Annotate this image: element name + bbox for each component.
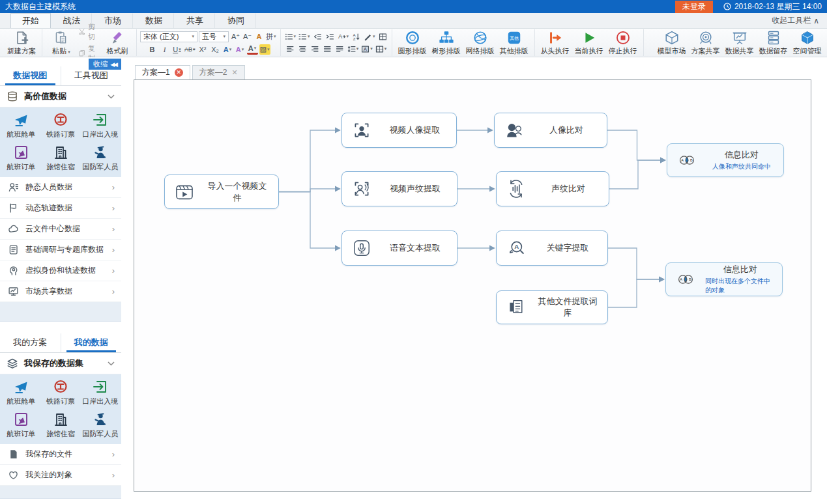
dataset-flight-manifest[interactable]: 航班舱单: [1, 111, 41, 139]
sidebar-item-static-person-data[interactable]: 静态人员数据 ›: [0, 177, 121, 198]
toolbar-button-space-management[interactable]: 空间管理: [791, 29, 824, 57]
sidebar-tab-my-data[interactable]: 我的数据: [61, 333, 122, 352]
dataset-border-entry-exit[interactable]: 口岸出入境: [80, 111, 120, 139]
align-left-button[interactable]: [285, 44, 296, 54]
format-painter-icon: [110, 29, 125, 46]
ribbon-tab-share[interactable]: 共享: [175, 13, 215, 28]
borders-button[interactable]: ▾: [375, 44, 388, 54]
sidebar-item-market-shared-data[interactable]: 市场共享数据 ›: [0, 281, 121, 302]
superscript-button[interactable]: X²: [197, 44, 209, 55]
toolbar-button-circle-layout[interactable]: 圆形排版: [396, 29, 429, 57]
toolbar-button-tree-layout[interactable]: 树形排版: [429, 29, 463, 57]
char-scale-button[interactable]: A▾: [337, 31, 350, 42]
close-tab-icon[interactable]: ✕: [175, 68, 183, 77]
toolbar-button-run-stop[interactable]: 停止执行: [606, 29, 640, 57]
align-justify-button[interactable]: [322, 44, 333, 54]
underline-button[interactable]: U▾: [171, 44, 182, 55]
align-right-button[interactable]: [310, 44, 321, 54]
flow-node-other-files-lexicon[interactable]: 其他文件提取词库: [496, 290, 608, 324]
sidebar-item-label: 虚拟身份和轨迹数据: [25, 265, 96, 276]
new-plan-label: 新建方案: [7, 46, 36, 56]
ribbon-tab-start[interactable]: 开始: [10, 13, 51, 28]
indent-button[interactable]: [325, 31, 336, 42]
flow-node-speech-text-extract[interactable]: 语音文本提取: [341, 231, 457, 266]
document-tab-plan-2[interactable]: 方案—2 ✕: [192, 65, 245, 79]
toolbar-button-model-market[interactable]: 模型市场: [655, 29, 689, 57]
flow-node-import-video[interactable]: 导入一个视频文件: [164, 175, 279, 209]
flowchart-canvas[interactable]: 导入一个视频文件 视频人像提取 人像比对 视频声纹提取 声纹比对 语音文本提取 …: [134, 79, 811, 492]
dataset-flight-order[interactable]: 航班订单: [1, 144, 41, 172]
wordart-button[interactable]: A▾: [235, 44, 246, 55]
sidebar-tab-tool-view[interactable]: 工具视图: [61, 66, 122, 85]
align-distribute-button[interactable]: [334, 44, 345, 54]
format-painter-button[interactable]: 格式刷: [102, 29, 133, 57]
shading-button[interactable]: A▾: [360, 44, 373, 54]
ribbon-tab-data[interactable]: 数据: [134, 13, 174, 28]
dataset-military-personnel[interactable]: 国防军人员: [80, 411, 120, 439]
line-spacing-button[interactable]: ▾: [347, 44, 360, 54]
table-button[interactable]: [377, 31, 388, 42]
subscript-button[interactable]: X₂: [210, 44, 221, 55]
sidebar-item-my-followed-objects[interactable]: 我关注的对象 ›: [0, 465, 121, 486]
sidebar-item-virtual-identity-track-data[interactable]: 虚拟身份和轨迹数据 ›: [0, 260, 121, 281]
pen-button[interactable]: ▾: [363, 31, 376, 42]
flow-node-info-compare-1[interactable]: AB信息比对 人像和声纹共同命中: [667, 143, 784, 177]
sidebar-item-my-saved-files[interactable]: 我保存的文件 ›: [0, 444, 121, 465]
shrink-font-button[interactable]: A⁻: [242, 31, 253, 42]
document-tab-plan-1[interactable]: 方案—1 ✕: [135, 65, 190, 79]
toolbar-button-other-layout[interactable]: 其他 其他排版: [497, 29, 531, 57]
strikethrough-button[interactable]: AB▾: [184, 44, 196, 55]
ribbon-tab-collaborate[interactable]: 协同: [216, 13, 256, 28]
toolbar-button-run-current[interactable]: 当前执行: [572, 29, 606, 57]
sidebar-item-cloud-file-center-data[interactable]: 云文件中心数据 ›: [0, 219, 121, 240]
toolbar-button-data-retention[interactable]: 数据留存: [757, 29, 791, 57]
new-plan-button[interactable]: 新建方案: [5, 29, 38, 57]
dataset-flight-manifest[interactable]: 航班舱单: [1, 378, 41, 406]
toolbar-button-label: 空间管理: [793, 46, 822, 56]
dataset-flight-order[interactable]: 航班订单: [1, 411, 41, 439]
sidebar-tab-my-plans[interactable]: 我的方案: [0, 333, 61, 352]
dataset-rail-ticket[interactable]: 铁路订票: [41, 378, 81, 406]
cut-button[interactable]: 剪切: [78, 22, 100, 42]
align-center-button[interactable]: [297, 44, 308, 54]
paste-button[interactable]: 粘贴 ▾: [46, 29, 77, 57]
dataset-hotel-stay[interactable]: 旅馆住宿: [41, 144, 81, 172]
outdent-button[interactable]: [312, 31, 323, 42]
toolbar-button-run-from-start[interactable]: 从头执行: [538, 29, 572, 57]
sidebar-tab-data-view[interactable]: 数据视图: [0, 66, 61, 85]
char-outline-button[interactable]: A▾: [222, 44, 233, 55]
toolbar-button-network-layout[interactable]: 网络排版: [463, 29, 497, 57]
flow-node-face-compare[interactable]: 人像比对: [494, 113, 607, 148]
high-value-data-section[interactable]: 高价值数据: [0, 86, 121, 107]
bold-button[interactable]: B: [147, 44, 158, 55]
bullets-button[interactable]: ▾: [284, 31, 297, 42]
dataset-hotel-stay[interactable]: 旅馆住宿: [41, 411, 81, 439]
dataset-border-entry-exit[interactable]: 口岸出入境: [80, 378, 120, 406]
login-status-badge[interactable]: 未登录: [675, 1, 713, 13]
italic-button[interactable]: I: [159, 44, 170, 55]
pinyin-guide-button[interactable]: 拼▾: [265, 31, 277, 42]
dataset-rail-ticket[interactable]: 铁路订票: [41, 111, 81, 139]
close-tab-icon[interactable]: ✕: [231, 68, 237, 77]
dataset-military-personnel[interactable]: 国防军人员: [80, 144, 120, 172]
flow-node-video-voiceprint-extract[interactable]: 视频声纹提取: [341, 171, 457, 206]
sidebar-item-basic-research-thematic-data[interactable]: 基础调研与专题库数据 ›: [0, 240, 121, 260]
collapse-toolbar-button[interactable]: 收起工具栏 ∧: [772, 15, 819, 26]
font-size-select[interactable]: 五号▾: [199, 31, 229, 42]
flow-node-voiceprint-compare[interactable]: 声纹比对: [496, 171, 609, 206]
flow-node-info-compare-2[interactable]: AB信息比对 同时出现在多个文件中的对象: [665, 262, 783, 296]
char-color-mark-button[interactable]: A: [254, 31, 265, 42]
flow-node-video-face-extract[interactable]: 视频人像提取: [341, 113, 457, 148]
font-family-select[interactable]: 宋体 (正文)▾: [140, 31, 197, 42]
grow-font-button[interactable]: A⁺: [230, 31, 241, 42]
numbering-button[interactable]: ▾: [298, 31, 311, 42]
font-color-button[interactable]: A▾: [247, 44, 258, 55]
my-saved-datasets-section[interactable]: 我保存的数据集: [0, 353, 121, 374]
toolbar-button-plan-share[interactable]: 方案共享: [689, 29, 723, 57]
highlight-button[interactable]: ▨▾: [259, 44, 270, 55]
toolbar-button-data-share[interactable]: 数据共享: [723, 29, 757, 57]
flow-node-keyword-extract[interactable]: A关键字提取: [496, 231, 608, 266]
sort-button[interactable]: AZ: [351, 31, 362, 42]
person-icon: [7, 182, 19, 193]
sidebar-item-dynamic-track-data[interactable]: 动态轨迹数据 ›: [0, 198, 121, 219]
